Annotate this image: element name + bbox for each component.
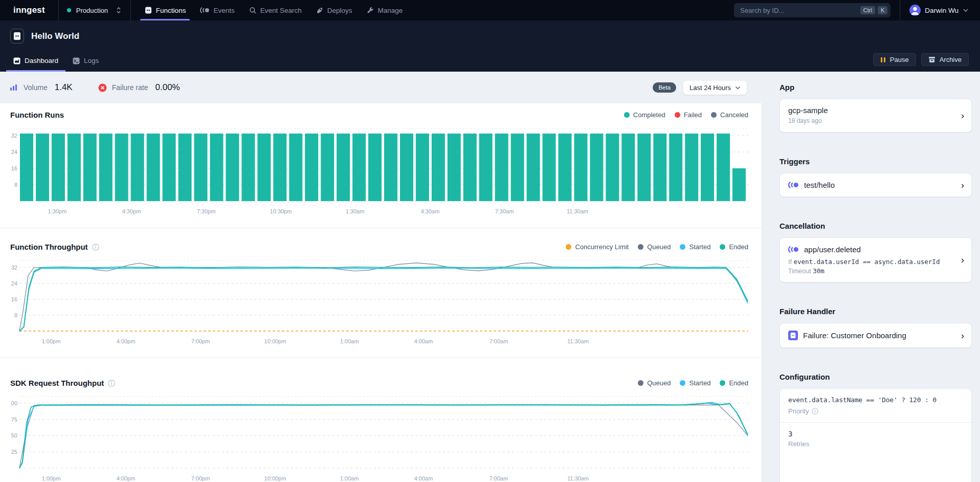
info-icon[interactable]: [812, 408, 818, 414]
functions-icon: [144, 6, 152, 14]
failure-rate-value: 0.00%: [155, 82, 180, 93]
pause-button[interactable]: Pause: [873, 53, 916, 66]
event-icon: [788, 246, 799, 253]
logs-icon: [73, 57, 80, 64]
app-age: 18 days ago: [788, 117, 963, 124]
svg-text:24: 24: [11, 280, 17, 287]
function-throughput-title: Function Throughput: [10, 243, 88, 251]
priority-label: Priority: [788, 407, 963, 415]
nav-tab-events[interactable]: Events: [193, 0, 241, 20]
function-tabs: Dashboard Logs: [0, 57, 106, 72]
archive-button[interactable]: Archive: [921, 53, 969, 66]
priority-expression: event.data.lastName == 'Doe' ? 120 : 0: [788, 396, 963, 404]
time-range-label: Last 24 Hours: [689, 84, 731, 92]
sdk-throughput-x-axis: 1:00pm4:00pm7:00pm10:00pm1:00am4:00am7:0…: [10, 475, 748, 482]
info-icon[interactable]: [92, 244, 99, 251]
archive-icon: [928, 56, 936, 63]
sdk-throughput-title: SDK Request Throughput: [10, 379, 104, 387]
function-throughput-x-axis: 1:00pm4:00pm7:00pm10:00pm1:00am4:00am7:0…: [10, 338, 748, 348]
function-throughput-legend: Concurrency LimitQueuedStartedEnded: [566, 243, 748, 251]
chevron-right-icon: ›: [961, 111, 964, 120]
kbd-ctrl: Ctrl: [860, 6, 875, 14]
function-runs-title: Function Runs: [10, 111, 64, 119]
function-runs-chart[interactable]: 8162432: [10, 126, 748, 206]
up-down-chevron-icon: [115, 6, 122, 14]
sdk-throughput-chart[interactable]: 255075100: [10, 395, 748, 473]
svg-text:16: 16: [11, 296, 17, 302]
svg-text:24: 24: [11, 149, 17, 155]
legend-item: Completed: [624, 111, 665, 119]
wrench-icon: [367, 7, 374, 14]
search-placeholder: Search by ID...: [740, 7, 858, 14]
environment-status-dot: [67, 8, 71, 12]
triggers-heading: Triggers: [779, 157, 972, 166]
app-card[interactable]: gcp-sample 18 days ago ›: [779, 99, 972, 133]
svg-text:100: 100: [10, 400, 17, 406]
function-runs-legend: CompletedFailedCanceled: [624, 111, 748, 119]
search-icon: [249, 7, 257, 14]
trigger-name: test/hello: [804, 181, 835, 189]
chevron-right-icon: ›: [961, 255, 964, 265]
legend-item: Started: [680, 379, 710, 387]
stats-bar: Volume 1.4K Failure rate 0.00% Beta Last…: [0, 72, 762, 103]
user-menu[interactable]: Darwin Wu: [900, 0, 969, 20]
charts-panel: Function Runs CompletedFailedCanceled 81…: [0, 103, 762, 482]
nav-tab-deploys[interactable]: Deploys: [309, 0, 360, 20]
retries-label: Retries: [788, 440, 963, 448]
nav-tab-label: Event Search: [260, 7, 302, 14]
trigger-card[interactable]: test/hello ›: [779, 173, 972, 197]
legend-item: Failed: [675, 111, 702, 119]
configuration-card[interactable]: event.data.lastName == 'Doe' ? 120 : 0 P…: [779, 388, 972, 482]
failure-function-icon: [788, 331, 798, 340]
nav-tab-manage[interactable]: Manage: [360, 0, 410, 20]
failure-rate-label: Failure rate: [112, 83, 148, 92]
sdk-throughput-legend: QueuedStartedEnded: [638, 379, 748, 387]
page-title: Hello World: [31, 31, 79, 41]
nav-tab-label: Events: [213, 7, 234, 14]
svg-text:16: 16: [11, 165, 17, 171]
function-throughput-chart[interactable]: 8162432: [10, 258, 748, 336]
kbd-k: K: [878, 6, 887, 14]
function-runs-section: Function Runs CompletedFailedCanceled 81…: [0, 103, 762, 228]
function-runs-x-axis: 1:30pm4:30pm7:30pm10:30pm1:30am4:30am7:3…: [10, 208, 748, 218]
nav-tab-functions[interactable]: Functions: [137, 0, 193, 20]
svg-text:50: 50: [11, 432, 17, 439]
volume-value: 1.4K: [55, 82, 73, 93]
search-input[interactable]: Search by ID... Ctrl K: [734, 3, 890, 17]
archive-label: Archive: [940, 56, 962, 63]
divider: [780, 422, 971, 423]
nav-right: Search by ID... Ctrl K Darwin Wu: [734, 0, 980, 20]
rocket-icon: [316, 7, 324, 14]
cancellation-expression: If event.data.userId == async.data.userI…: [788, 258, 963, 266]
volume-bars-icon: [9, 83, 18, 92]
top-nav: inngest Production Functions Events: [0, 0, 980, 20]
user-name: Darwin Wu: [925, 7, 959, 14]
cancellation-timeout: Timeout 30m: [788, 267, 963, 275]
environment-switcher[interactable]: Production: [58, 0, 131, 20]
pause-label: Pause: [890, 56, 909, 63]
volume-stat: Volume 1.4K: [9, 82, 73, 93]
dashboard-icon: [13, 57, 20, 64]
function-header: Hello World Pause Archive Dashboard: [0, 20, 980, 72]
failure-handler-card[interactable]: Failure: Customer Onboarding ›: [779, 323, 972, 348]
inngest-logo[interactable]: inngest: [0, 0, 58, 20]
cancellation-card[interactable]: app/user.deleted If event.data.userId ==…: [779, 237, 972, 282]
nav-tabs: Functions Events Event Search Deploys: [137, 0, 410, 20]
tab-logs[interactable]: Logs: [65, 57, 106, 72]
details-sidebar: App gcp-sample 18 days ago › Triggers te…: [762, 72, 980, 482]
info-icon[interactable]: [108, 380, 115, 387]
cancellation-event: app/user.deleted: [804, 245, 861, 254]
legend-item: Queued: [638, 379, 671, 387]
legend-item: Ended: [720, 379, 748, 387]
volume-label: Volume: [24, 83, 48, 92]
configuration-heading: Configuration: [779, 373, 972, 381]
pause-icon: [880, 57, 886, 63]
svg-text:32: 32: [11, 133, 17, 139]
tab-dashboard[interactable]: Dashboard: [6, 57, 65, 72]
retries-value: 3: [788, 430, 963, 438]
nav-tab-event-search[interactable]: Event Search: [242, 0, 309, 20]
events-icon: [200, 7, 210, 14]
failure-rate-stat: Failure rate 0.00%: [98, 82, 180, 93]
time-range-dropdown[interactable]: Last 24 Hours: [683, 81, 747, 95]
function-throughput-section: Function Throughput Concurrency LimitQue…: [0, 228, 762, 358]
